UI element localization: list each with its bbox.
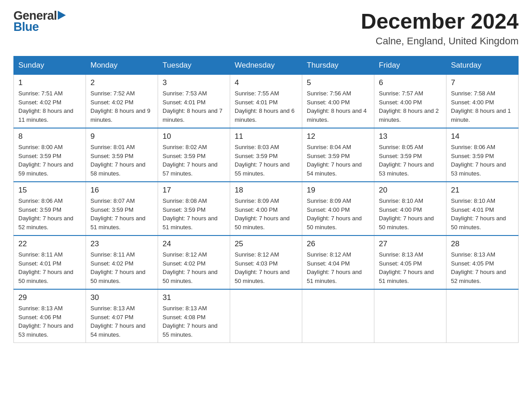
- sunrise-label: Sunrise: 8:06 AM: [18, 197, 63, 204]
- table-row: 30 Sunrise: 8:13 AM Sunset: 4:07 PM Dayl…: [86, 289, 158, 343]
- daylight-label: Daylight: 7 hours and 55 minutes.: [163, 322, 218, 338]
- table-row: 20 Sunrise: 8:10 AM Sunset: 4:00 PM Dayl…: [374, 182, 446, 235]
- day-number: 21: [451, 186, 514, 195]
- logo-blue-text: Blue: [13, 20, 39, 34]
- day-number: 7: [451, 78, 514, 87]
- day-info: Sunrise: 8:12 AM Sunset: 4:04 PM Dayligh…: [307, 250, 369, 285]
- sunrise-label: Sunrise: 8:12 AM: [235, 251, 279, 258]
- sunset-label: Sunset: 4:01 PM: [451, 206, 494, 213]
- sunset-label: Sunset: 4:02 PM: [18, 99, 61, 106]
- sunset-label: Sunset: 3:59 PM: [90, 206, 133, 213]
- sunset-label: Sunset: 4:01 PM: [235, 99, 278, 106]
- day-info: Sunrise: 8:00 AM Sunset: 3:59 PM Dayligh…: [18, 143, 81, 178]
- sunset-label: Sunset: 4:08 PM: [163, 314, 206, 321]
- day-info: Sunrise: 8:09 AM Sunset: 4:00 PM Dayligh…: [307, 197, 369, 231]
- sunrise-label: Sunrise: 8:06 AM: [451, 144, 495, 150]
- sunset-label: Sunset: 4:01 PM: [163, 99, 206, 106]
- sunset-label: Sunset: 4:04 PM: [307, 260, 350, 267]
- sunset-label: Sunset: 4:02 PM: [90, 99, 133, 106]
- day-number: 26: [307, 240, 369, 248]
- daylight-label: Daylight: 7 hours and 54 minutes.: [307, 161, 362, 177]
- daylight-label: Daylight: 7 hours and 51 minutes.: [90, 215, 146, 231]
- day-number: 25: [235, 240, 297, 248]
- sunset-label: Sunset: 4:00 PM: [307, 99, 350, 106]
- day-number: 20: [379, 186, 442, 195]
- sunrise-label: Sunrise: 8:08 AM: [163, 197, 207, 204]
- day-info: Sunrise: 7:53 AM Sunset: 4:01 PM Dayligh…: [163, 89, 225, 124]
- table-row: 31 Sunrise: 8:13 AM Sunset: 4:08 PM Dayl…: [158, 289, 230, 343]
- table-row: 19 Sunrise: 8:09 AM Sunset: 4:00 PM Dayl…: [302, 182, 374, 235]
- daylight-label: Daylight: 7 hours and 58 minutes.: [90, 161, 146, 177]
- sunrise-label: Sunrise: 8:11 AM: [90, 251, 135, 258]
- day-number: 4: [235, 78, 297, 87]
- day-info: Sunrise: 8:07 AM Sunset: 3:59 PM Dayligh…: [90, 197, 153, 231]
- daylight-label: Daylight: 7 hours and 50 minutes.: [18, 269, 73, 284]
- table-row: 12 Sunrise: 8:04 AM Sunset: 3:59 PM Dayl…: [302, 128, 374, 182]
- table-row: 4 Sunrise: 7:55 AM Sunset: 4:01 PM Dayli…: [230, 75, 302, 128]
- logo: General Blue: [13, 9, 66, 34]
- sunset-label: Sunset: 4:00 PM: [379, 99, 422, 106]
- daylight-label: Daylight: 7 hours and 59 minutes.: [18, 161, 73, 177]
- table-row: 10 Sunrise: 8:02 AM Sunset: 3:59 PM Dayl…: [158, 128, 230, 182]
- day-info: Sunrise: 8:06 AM Sunset: 3:59 PM Dayligh…: [451, 143, 514, 178]
- sunrise-label: Sunrise: 8:11 AM: [18, 251, 63, 258]
- table-row: 6 Sunrise: 7:57 AM Sunset: 4:00 PM Dayli…: [374, 75, 446, 128]
- calendar-subtitle: Calne, England, United Kingdom: [361, 35, 519, 47]
- sunrise-label: Sunrise: 8:09 AM: [307, 197, 351, 204]
- sunrise-label: Sunrise: 8:13 AM: [18, 305, 63, 312]
- table-row: 8 Sunrise: 8:00 AM Sunset: 3:59 PM Dayli…: [14, 128, 86, 182]
- sunrise-label: Sunrise: 8:13 AM: [451, 251, 495, 258]
- daylight-label: Daylight: 7 hours and 51 minutes.: [307, 269, 362, 284]
- day-number: 15: [18, 186, 81, 195]
- day-number: 24: [163, 240, 225, 248]
- sunset-label: Sunset: 4:02 PM: [163, 260, 206, 267]
- daylight-label: Daylight: 7 hours and 54 minutes.: [90, 322, 146, 338]
- table-row: 13 Sunrise: 8:05 AM Sunset: 3:59 PM Dayl…: [374, 128, 446, 182]
- day-number: 1: [18, 78, 81, 87]
- sunset-label: Sunset: 4:00 PM: [451, 99, 494, 106]
- sunset-label: Sunset: 3:59 PM: [18, 206, 61, 213]
- day-info: Sunrise: 8:08 AM Sunset: 3:59 PM Dayligh…: [163, 197, 225, 231]
- sunrise-label: Sunrise: 7:58 AM: [451, 90, 495, 97]
- day-number: 30: [90, 293, 153, 302]
- daylight-label: Daylight: 8 hours and 7 minutes.: [163, 107, 223, 123]
- sunrise-label: Sunrise: 8:01 AM: [90, 144, 135, 150]
- table-row: 21 Sunrise: 8:10 AM Sunset: 4:01 PM Dayl…: [446, 182, 519, 235]
- daylight-label: Daylight: 8 hours and 11 minutes.: [18, 107, 73, 123]
- table-row: 25 Sunrise: 8:12 AM Sunset: 4:03 PM Dayl…: [230, 235, 302, 289]
- day-info: Sunrise: 7:52 AM Sunset: 4:02 PM Dayligh…: [90, 89, 153, 124]
- daylight-label: Daylight: 8 hours and 6 minutes.: [235, 107, 295, 123]
- day-info: Sunrise: 8:13 AM Sunset: 4:07 PM Dayligh…: [90, 304, 153, 339]
- table-row: 15 Sunrise: 8:06 AM Sunset: 3:59 PM Dayl…: [14, 182, 86, 235]
- daylight-label: Daylight: 7 hours and 53 minutes.: [379, 161, 434, 177]
- table-row: 7 Sunrise: 7:58 AM Sunset: 4:00 PM Dayli…: [446, 75, 519, 128]
- sunset-label: Sunset: 4:05 PM: [451, 260, 494, 267]
- table-row: 17 Sunrise: 8:08 AM Sunset: 3:59 PM Dayl…: [158, 182, 230, 235]
- table-row: 1 Sunrise: 7:51 AM Sunset: 4:02 PM Dayli…: [14, 75, 86, 128]
- calendar-week-row: 29 Sunrise: 8:13 AM Sunset: 4:06 PM Dayl…: [14, 289, 519, 343]
- sunset-label: Sunset: 4:01 PM: [18, 260, 61, 267]
- calendar-week-row: 22 Sunrise: 8:11 AM Sunset: 4:01 PM Dayl…: [14, 235, 519, 289]
- sunrise-label: Sunrise: 8:13 AM: [379, 251, 423, 258]
- daylight-label: Daylight: 7 hours and 55 minutes.: [235, 161, 290, 177]
- col-saturday: Saturday: [446, 56, 519, 75]
- day-info: Sunrise: 8:10 AM Sunset: 4:01 PM Dayligh…: [451, 197, 514, 231]
- title-block: December 2024 Calne, England, United Kin…: [361, 9, 519, 47]
- day-info: Sunrise: 8:01 AM Sunset: 3:59 PM Dayligh…: [90, 143, 153, 178]
- daylight-label: Daylight: 8 hours and 4 minutes.: [307, 107, 367, 123]
- sunrise-label: Sunrise: 8:10 AM: [451, 197, 495, 204]
- daylight-label: Daylight: 7 hours and 53 minutes.: [451, 161, 506, 177]
- sunrise-label: Sunrise: 7:56 AM: [307, 90, 351, 97]
- table-row: 2 Sunrise: 7:52 AM Sunset: 4:02 PM Dayli…: [86, 75, 158, 128]
- col-friday: Friday: [374, 56, 446, 75]
- day-number: 22: [18, 240, 81, 248]
- sunset-label: Sunset: 3:59 PM: [379, 153, 422, 159]
- table-row: [230, 289, 302, 343]
- svg-marker-0: [58, 11, 66, 20]
- sunset-label: Sunset: 3:59 PM: [90, 153, 133, 159]
- day-info: Sunrise: 8:04 AM Sunset: 3:59 PM Dayligh…: [307, 143, 369, 178]
- sunrise-label: Sunrise: 7:52 AM: [90, 90, 135, 97]
- col-tuesday: Tuesday: [158, 56, 230, 75]
- day-info: Sunrise: 8:02 AM Sunset: 3:59 PM Dayligh…: [163, 143, 225, 178]
- sunrise-label: Sunrise: 8:07 AM: [90, 197, 135, 204]
